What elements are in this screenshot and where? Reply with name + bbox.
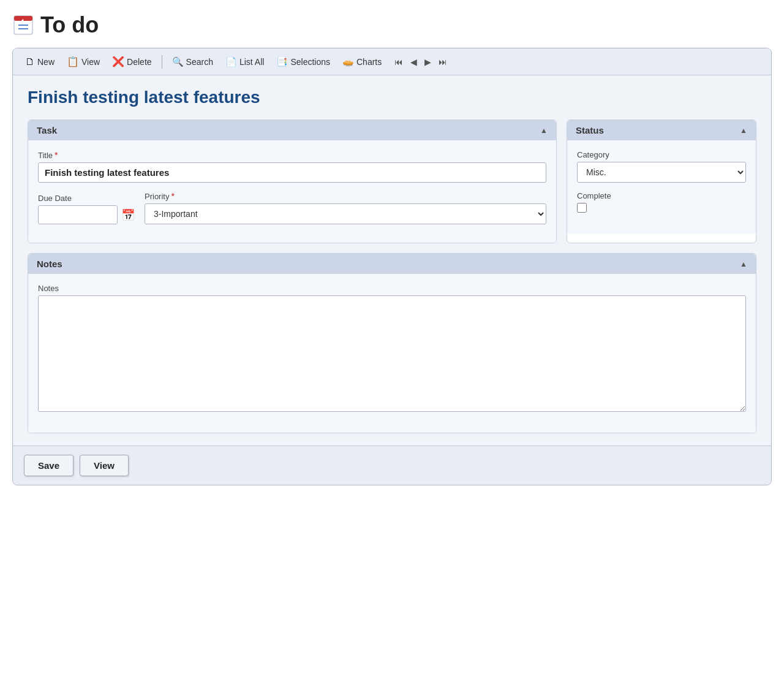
title-field-label: Title *	[38, 150, 546, 160]
view-icon: 📋	[67, 56, 79, 67]
duedate-label: Due Date	[38, 194, 136, 203]
bottom-bar: Save View	[13, 446, 771, 485]
complete-checkbox[interactable]	[577, 203, 587, 213]
status-panel-chevron: ▲	[740, 126, 747, 135]
priority-required-indicator: *	[171, 191, 174, 201]
notes-panel-chevron: ▲	[740, 260, 747, 268]
save-button[interactable]: Save	[24, 455, 74, 476]
new-button[interactable]: 🗋 New	[20, 54, 59, 70]
toolbar: 🗋 New 📋 View ❌ Delete 🔍 Search 📄 List Al…	[13, 48, 771, 75]
new-label: New	[37, 57, 55, 67]
delete-button[interactable]: ❌ Delete	[107, 53, 156, 70]
panels-row: Task ▲ Title * Due Date	[28, 120, 756, 243]
main-container: 🗋 New 📋 View ❌ Delete 🔍 Search 📄 List Al…	[12, 48, 772, 485]
category-label: Category	[577, 150, 746, 159]
task-panel: Task ▲ Title * Due Date	[28, 120, 557, 243]
charts-button[interactable]: 🥧 Charts	[337, 54, 386, 70]
title-required-indicator: *	[55, 150, 58, 160]
new-icon: 🗋	[25, 56, 35, 67]
category-field-group: Category Misc. Work Personal Shopping He…	[577, 150, 746, 183]
search-icon: 🔍	[172, 56, 184, 67]
complete-field-group: Complete	[577, 191, 746, 215]
todo-icon	[12, 14, 34, 36]
notes-field-label: Notes	[38, 284, 746, 293]
status-panel: Status ▲ Category Misc. Work Personal Sh…	[567, 120, 756, 243]
listall-icon: 📄	[225, 56, 237, 67]
toolbar-separator	[162, 55, 162, 69]
duedate-priority-row: Due Date 📅 Priority *	[38, 191, 546, 233]
delete-icon: ❌	[112, 56, 124, 67]
nav-first-button[interactable]: ⏮	[391, 55, 406, 69]
notes-panel-header[interactable]: Notes ▲	[28, 254, 756, 274]
notes-panel: Notes ▲ Notes	[28, 253, 756, 433]
priority-field-group: Priority * 1-Critical 2-High 3-Important…	[145, 191, 546, 224]
view-button[interactable]: 📋 View	[62, 53, 105, 70]
listall-button[interactable]: 📄 List All	[221, 54, 269, 70]
page-title: To do	[40, 12, 99, 38]
duedate-input[interactable]	[38, 205, 118, 224]
nav-prev-button[interactable]: ◀	[407, 55, 420, 69]
complete-label: Complete	[577, 191, 746, 200]
calendar-button[interactable]: 📅	[120, 207, 136, 223]
date-input-group: 📅	[38, 205, 136, 224]
selections-button[interactable]: 📑 Selections	[271, 54, 335, 70]
task-panel-chevron: ▲	[540, 126, 548, 135]
selections-label: Selections	[290, 57, 330, 67]
page-content: Finish testing latest features Task ▲ Ti…	[13, 75, 771, 446]
app-title-bar: To do	[12, 12, 772, 38]
notes-panel-body: Notes	[28, 274, 756, 433]
nav-last-button[interactable]: ⏭	[435, 55, 450, 69]
record-title: Finish testing latest features	[28, 88, 756, 107]
view-record-button[interactable]: View	[80, 455, 129, 476]
search-button[interactable]: 🔍 Search	[167, 54, 218, 70]
navigation-controls: ⏮ ◀ ▶ ⏭	[391, 55, 450, 69]
task-panel-header[interactable]: Task ▲	[28, 120, 556, 140]
category-select[interactable]: Misc. Work Personal Shopping Health	[577, 162, 746, 183]
task-panel-body: Title * Due Date 📅	[28, 140, 556, 243]
nav-next-button[interactable]: ▶	[421, 55, 434, 69]
selections-icon: 📑	[276, 56, 288, 67]
priority-select[interactable]: 1-Critical 2-High 3-Important 4-Normal 5…	[145, 203, 546, 224]
duedate-field-group: Due Date 📅	[38, 194, 136, 224]
listall-label: List All	[239, 57, 264, 67]
title-input[interactable]	[38, 162, 546, 183]
notes-field-group: Notes	[38, 284, 746, 414]
notes-panel-title: Notes	[37, 259, 62, 269]
status-panel-header[interactable]: Status ▲	[567, 120, 756, 140]
delete-label: Delete	[127, 57, 151, 67]
status-panel-title: Status	[576, 125, 604, 135]
charts-label: Charts	[356, 57, 382, 67]
task-panel-title: Task	[37, 125, 57, 135]
charts-icon: 🥧	[342, 56, 354, 67]
priority-label: Priority *	[145, 191, 546, 201]
search-label: Search	[186, 57, 213, 67]
view-label: View	[81, 57, 100, 67]
title-field-group: Title *	[38, 150, 546, 183]
status-panel-body: Category Misc. Work Personal Shopping He…	[567, 140, 756, 234]
notes-textarea[interactable]	[38, 295, 746, 412]
